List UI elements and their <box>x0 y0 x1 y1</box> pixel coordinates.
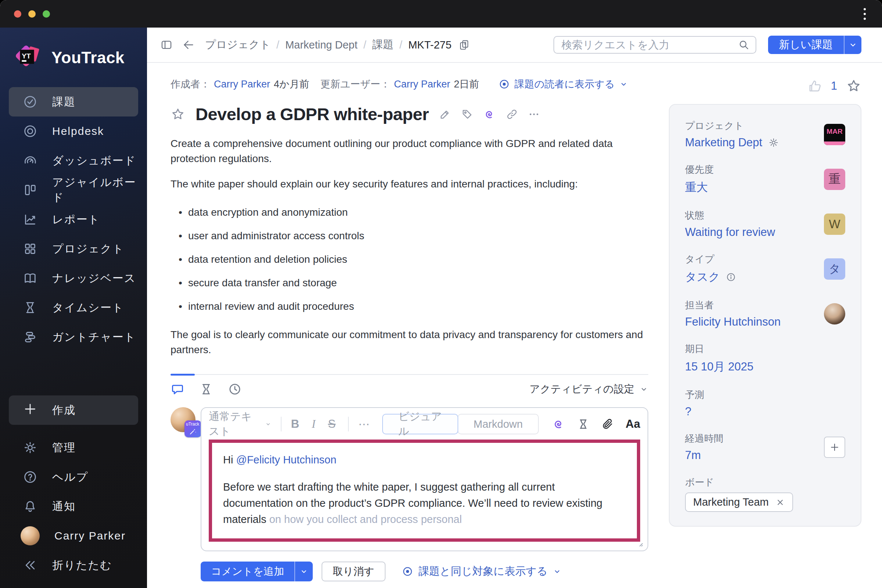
more-formatting-button[interactable]: ⋯ <box>358 417 370 431</box>
sidebar-item-help[interactable]: ヘルプ <box>9 462 138 492</box>
star-watch-icon[interactable] <box>846 78 861 94</box>
sidebar-item-dashboards[interactable]: ダッシュボード <box>9 146 138 175</box>
type-badge[interactable]: タ <box>824 258 845 280</box>
assignee-avatar[interactable] <box>824 303 845 324</box>
priority-value-link[interactable]: 重大 <box>685 180 708 195</box>
state-badge[interactable]: W <box>824 213 845 235</box>
field-label: 期日 <box>685 342 753 356</box>
issue-meta-row: 作成者： Carry Parker 4か月前 更新ユーザー： Carry Par… <box>171 78 648 91</box>
sidebar-user-profile[interactable]: Carry Parker <box>9 521 138 550</box>
create-button[interactable]: 作成 <box>9 395 138 425</box>
sidebar-item-issues[interactable]: 課題 <box>9 87 138 117</box>
commenter-avatar: uTrack T <box>171 407 195 432</box>
more-actions-icon[interactable] <box>528 108 540 120</box>
close-window-button[interactable] <box>14 10 21 18</box>
priority-badge[interactable]: 重 <box>824 169 845 190</box>
comment-editor: 通常テキスト B I S ⋯ ビジュアル <box>201 407 648 551</box>
tab-spent-time[interactable] <box>199 382 213 396</box>
window-menu-icon[interactable] <box>861 6 868 22</box>
breadcrumb-separator <box>270 39 285 51</box>
breadcrumb-issues[interactable]: 課題 <box>372 38 394 52</box>
info-icon[interactable] <box>726 272 736 282</box>
visibility-dropdown[interactable]: 課題の読者に表示する <box>498 78 628 91</box>
attach-file-icon[interactable] <box>601 418 614 430</box>
search-input[interactable] <box>561 39 738 51</box>
minimize-window-button[interactable] <box>28 10 36 18</box>
tab-visual-editor[interactable]: ビジュアル <box>382 414 458 434</box>
assignee-value-link[interactable]: Felicity Hutchinson <box>685 315 781 328</box>
ai-assistant-icon[interactable] <box>552 417 565 431</box>
tab-history[interactable] <box>228 382 242 396</box>
link-icon[interactable] <box>506 108 518 120</box>
type-value-link[interactable]: タスク <box>685 269 720 285</box>
user-mention-link[interactable]: @Felicity Hutchinson <box>236 454 336 466</box>
add-comment-dropdown[interactable] <box>294 561 313 581</box>
gantt-icon <box>23 330 38 344</box>
creator-link[interactable]: Carry Parker <box>214 79 270 90</box>
breadcrumb-projects[interactable]: プロジェクト <box>205 38 270 52</box>
youtrack-logo-icon: YT <box>13 43 43 72</box>
due-date-value-link[interactable]: 15 10月 2025 <box>685 359 753 375</box>
star-issue-icon[interactable] <box>171 107 185 122</box>
sidebar-item-agile-boards[interactable]: アジャイルボード <box>9 175 138 205</box>
ai-ghost-suggestion: on how you collect and process personal <box>266 513 462 525</box>
copy-id-icon[interactable] <box>458 39 470 51</box>
sidebar-item-gantt-charts[interactable]: ガントチャート <box>9 322 138 352</box>
sidebar-item-knowledge-base[interactable]: ナレッジベース <box>9 264 138 293</box>
field-estimation: 予測 ? <box>685 388 845 418</box>
add-comment-button[interactable]: コメントを追加 <box>201 561 294 581</box>
spent-time-value-link[interactable]: 7m <box>685 449 701 462</box>
activity-settings-dropdown[interactable]: アクティビティの設定 <box>530 382 648 396</box>
italic-button[interactable]: I <box>312 417 315 431</box>
new-issue-dropdown[interactable] <box>844 36 861 54</box>
project-badge[interactable]: MAR <box>824 124 845 145</box>
new-issue-button[interactable]: 新しい課題 <box>768 36 844 54</box>
resize-handle[interactable] <box>635 539 644 548</box>
back-arrow-icon[interactable] <box>182 39 195 51</box>
sidebar-item-helpdesk[interactable]: Helpdesk <box>9 117 138 146</box>
remove-board-icon[interactable] <box>776 498 785 507</box>
comment-input[interactable]: Hi @Felicity Hutchinson Before we start … <box>209 440 640 542</box>
ai-assistant-badge[interactable]: uTrack T <box>184 420 201 437</box>
toggle-panel-icon[interactable] <box>160 39 173 51</box>
issue-title: Develop a GDPR white-paper <box>195 104 429 124</box>
bold-button[interactable]: B <box>291 417 299 431</box>
thumbs-up-icon[interactable] <box>807 79 822 93</box>
comment-visibility-dropdown[interactable]: 課題と同じ対象に表示する <box>402 564 561 579</box>
votes-count: 1 <box>831 80 837 93</box>
ai-assistant-icon[interactable] <box>483 108 496 120</box>
search-icon[interactable] <box>738 39 750 51</box>
board-tag[interactable]: Marketing Team <box>685 492 793 512</box>
estimation-value-link[interactable]: ? <box>685 405 691 418</box>
project-value-link[interactable]: Marketing Dept <box>685 136 762 149</box>
updater-link[interactable]: Carry Parker <box>394 79 450 90</box>
field-label: 状態 <box>685 209 775 222</box>
sidebar-item-notifications[interactable]: 通知 <box>9 492 138 521</box>
sidebar-collapse-button[interactable]: 折りたたむ <box>9 550 138 580</box>
description-paragraph: Create a comprehensive document outlinin… <box>171 136 648 166</box>
sidebar-item-reports[interactable]: レポート <box>9 205 138 234</box>
tag-icon[interactable] <box>461 108 473 120</box>
sidebar-item-timesheets[interactable]: タイムシート <box>9 293 138 322</box>
cancel-button[interactable]: 取り消す <box>322 561 385 581</box>
tab-comments[interactable] <box>171 382 184 396</box>
paragraph-style-dropdown[interactable]: 通常テキスト <box>209 410 271 439</box>
description-paragraph: The goal is to clearly communicate our c… <box>171 327 648 357</box>
breadcrumb-project-name[interactable]: Marketing Dept <box>285 39 358 51</box>
chevron-down-icon <box>619 80 628 88</box>
state-value-link[interactable]: Waiting for review <box>685 226 775 239</box>
text-size-button[interactable]: Aa <box>626 417 640 431</box>
app-logo[interactable]: YT YouTrack <box>0 28 147 72</box>
paragraph-style-label: 通常テキスト <box>209 410 260 439</box>
add-work-time-icon[interactable] <box>577 418 590 430</box>
add-spent-time-plus-button[interactable] <box>824 436 845 458</box>
strikethrough-button[interactable]: S <box>328 417 336 431</box>
tab-markdown-editor[interactable]: Markdown <box>458 414 539 434</box>
zoom-window-button[interactable] <box>43 10 50 18</box>
sidebar-item-projects[interactable]: プロジェクト <box>9 234 138 264</box>
project-settings-gear-icon[interactable] <box>768 137 779 148</box>
editor-toolbar: 通常テキスト B I S ⋯ ビジュアル <box>209 413 640 435</box>
sidebar-item-administration[interactable]: 管理 <box>9 433 138 462</box>
field-due-date: 期日 15 10月 2025 <box>685 342 845 375</box>
edit-title-icon[interactable] <box>439 108 451 120</box>
